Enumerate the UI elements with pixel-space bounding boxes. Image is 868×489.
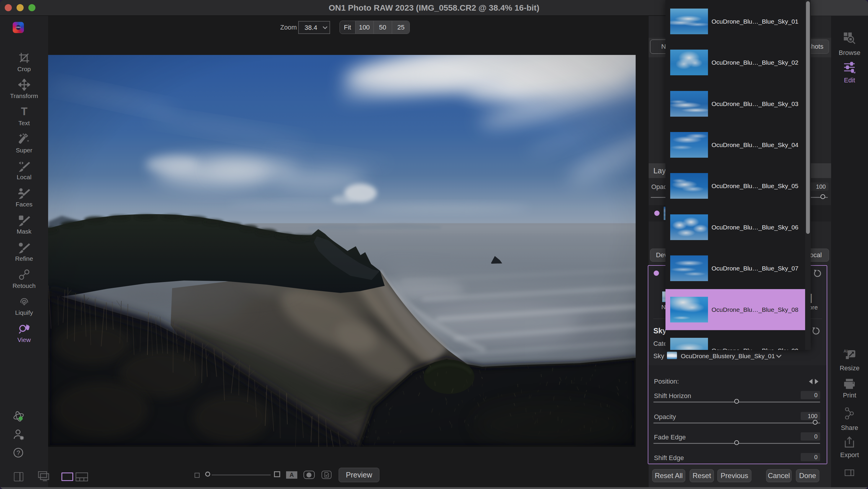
svg-text:AI: AI xyxy=(843,349,848,354)
svg-text:T: T xyxy=(21,106,27,118)
svg-text:?: ? xyxy=(17,449,20,457)
